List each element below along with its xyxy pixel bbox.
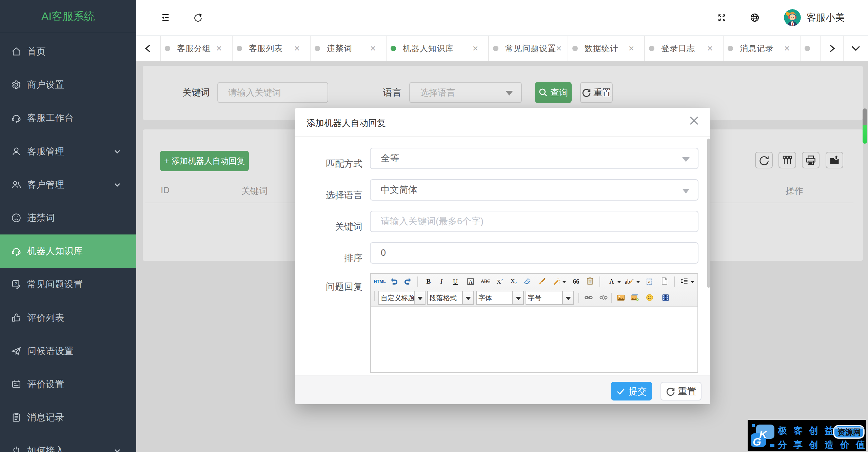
svg-text:创: 创: [809, 426, 818, 436]
svg-text:造: 造: [825, 440, 834, 450]
svg-text:分: 分: [777, 440, 787, 450]
svg-text:享: 享: [793, 440, 803, 450]
svg-text:值: 值: [855, 440, 865, 450]
svg-text:?: ?: [15, 281, 17, 286]
svg-text:益: 益: [825, 426, 834, 436]
svg-text:资源网: 资源网: [837, 428, 861, 436]
svg-text:客: 客: [793, 426, 803, 436]
svg-text:创: 创: [809, 440, 818, 450]
svg-text:极: 极: [777, 426, 787, 436]
svg-text:G: G: [753, 436, 761, 448]
svg-text:T: T: [589, 280, 592, 284]
svg-text:价: 价: [840, 440, 850, 450]
